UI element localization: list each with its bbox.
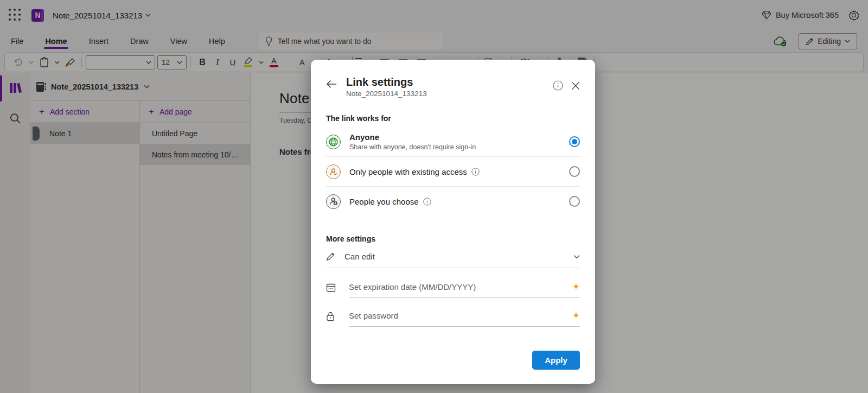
calendar-icon <box>326 283 336 293</box>
option-anyone[interactable]: Anyone Share with anyone, doesn't requir… <box>326 127 580 156</box>
dialog-header: Link settings Note_20251014_133213 <box>326 76 580 98</box>
option-people-you-choose[interactable]: People you choose <box>326 187 580 216</box>
dialog-subtitle: Note_20251014_133213 <box>346 90 427 98</box>
premium-star-icon: ✦ <box>572 310 580 321</box>
globe-icon <box>326 135 341 149</box>
back-arrow-icon <box>326 80 337 88</box>
info-button[interactable] <box>553 80 563 91</box>
password-placeholder: Set password <box>349 311 398 320</box>
radio-people-you-choose[interactable] <box>569 196 580 207</box>
permission-dropdown[interactable]: Can edit <box>326 245 580 268</box>
option-existing-access[interactable]: Only people with existing access <box>326 157 580 186</box>
link-settings-dialog: Link settings Note_20251014_133213 The l… <box>311 60 595 384</box>
link-works-for-label: The link works for <box>326 114 580 123</box>
expiration-date-input[interactable]: Set expiration date (MM/DD/YYYY) ✦ <box>349 277 580 298</box>
onenote-app: N Note_20251014_133213 Buy Microsoft 365… <box>0 0 868 393</box>
person-add-icon <box>326 194 341 209</box>
dialog-title: Link settings <box>346 76 427 88</box>
password-input[interactable]: Set password ✦ <box>349 306 580 327</box>
pencil-icon <box>326 252 335 261</box>
lock-icon <box>326 311 335 321</box>
dialog-footer: Apply <box>326 351 580 384</box>
person-icon <box>326 164 341 179</box>
premium-star-icon: ✦ <box>572 281 580 293</box>
permission-value: Can edit <box>344 252 375 261</box>
chevron-down-icon <box>573 255 580 259</box>
option-existing-title: Only people with existing access <box>349 167 467 176</box>
more-settings-label: More settings <box>326 234 580 243</box>
info-icon[interactable] <box>471 168 480 176</box>
close-button[interactable] <box>571 81 580 90</box>
option-anyone-subtitle: Share with anyone, doesn't require sign-… <box>349 143 476 151</box>
expiration-placeholder: Set expiration date (MM/DD/YYYY) <box>349 282 476 291</box>
radio-existing-access[interactable] <box>569 166 580 177</box>
info-icon[interactable] <box>423 198 431 206</box>
radio-anyone[interactable] <box>569 136 580 147</box>
password-row: Set password ✦ <box>326 306 580 327</box>
apply-button[interactable]: Apply <box>532 351 580 370</box>
back-button[interactable] <box>326 80 337 88</box>
option-anyone-title: Anyone <box>349 132 476 142</box>
close-icon <box>571 81 580 90</box>
info-icon <box>553 80 563 91</box>
option-choose-title: People you choose <box>349 197 419 206</box>
expiration-row: Set expiration date (MM/DD/YYYY) ✦ <box>326 277 580 298</box>
